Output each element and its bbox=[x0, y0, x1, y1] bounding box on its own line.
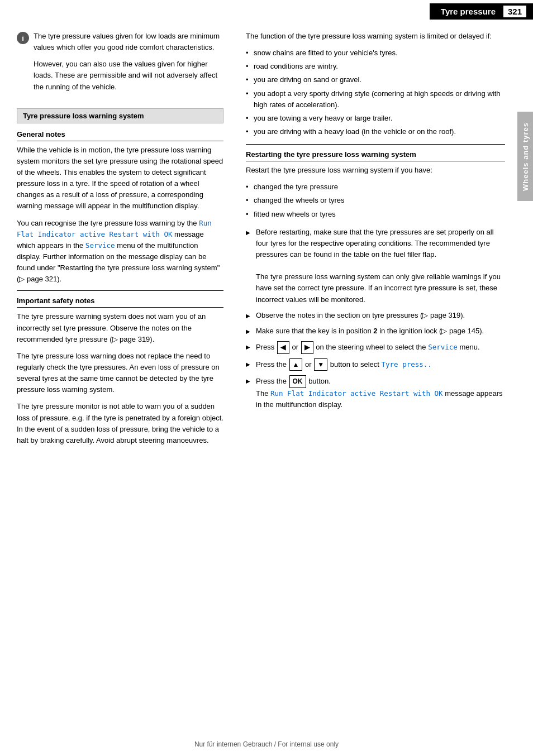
safety-p1: The tyre pressure warning system does no… bbox=[17, 311, 223, 344]
footer-text: Nur für internen Gebrauch / For internal… bbox=[194, 740, 339, 748]
bullet-item: you are driving with a heavy load (in th… bbox=[246, 126, 505, 137]
bullet-item: you are towing a very heavy or large tra… bbox=[246, 113, 505, 124]
safety-notes-heading: Important safety notes bbox=[17, 296, 223, 308]
bullet-item: you are driving on sand or gravel. bbox=[246, 74, 505, 85]
page-number: 321 bbox=[503, 6, 526, 17]
left-column: i The tyre pressure values given for low… bbox=[0, 25, 235, 735]
right-arrow-button: ▶ bbox=[301, 341, 313, 354]
limitation-bullets: snow chains are fitted to your vehicle's… bbox=[246, 47, 505, 137]
general-notes-p2: You can recognise the tyre pressure loss… bbox=[17, 218, 223, 285]
page-footer: Nur für internen Gebrauch / For internal… bbox=[0, 735, 533, 756]
side-tab-label: Wheels and tyres bbox=[521, 122, 530, 191]
bullet-item: road conditions are wintry. bbox=[246, 61, 505, 72]
header-title-bar: Tyre pressure 321 bbox=[430, 3, 533, 20]
page-title: Tyre pressure bbox=[441, 7, 496, 16]
bullet-item: you adopt a very sporty driving style (c… bbox=[246, 88, 505, 111]
side-tab: Wheels and tyres bbox=[517, 112, 533, 201]
restart-bullet: fitted new wheels or tyres bbox=[246, 209, 505, 220]
up-arrow-button: ▲ bbox=[289, 358, 303, 371]
general-notes-heading: General notes bbox=[17, 130, 223, 141]
info-text-block: The tyre pressure values given for low l… bbox=[34, 31, 223, 98]
page-container: Tyre pressure 321 Wheels and tyres i The… bbox=[0, 0, 533, 756]
page-header: Tyre pressure 321 bbox=[0, 0, 533, 20]
restart-bullets: changed the tyre pressure changed the wh… bbox=[246, 181, 505, 219]
arrow-item-2: Observe the notes in the section on tyre… bbox=[246, 310, 505, 321]
right-column: The function of the tyre pressure loss w… bbox=[235, 25, 533, 735]
general-notes-p1: While the vehicle is in motion, the tyre… bbox=[17, 145, 223, 212]
key-position: 2 bbox=[373, 327, 377, 335]
section-box: Tyre pressure loss warning system bbox=[17, 108, 223, 123]
safety-p2: The tyre pressure loss warning does not … bbox=[17, 351, 223, 396]
info-box: i The tyre pressure values given for low… bbox=[17, 31, 223, 98]
restart-heading: Restarting the tyre pressure loss warnin… bbox=[246, 150, 505, 161]
info-paragraph-1: The tyre pressure values given for low l… bbox=[34, 31, 223, 53]
arrow-list: Before restarting, make sure that the ty… bbox=[246, 227, 505, 410]
arrow-item-6: Press the OK button. The Run Flat Indica… bbox=[246, 375, 505, 410]
ok-button: OK bbox=[289, 375, 306, 388]
arrow-item-1: Before restarting, make sure that the ty… bbox=[246, 227, 505, 305]
bullet-item: snow chains are fitted to your vehicle's… bbox=[246, 47, 505, 59]
info-icon: i bbox=[17, 32, 29, 44]
safety-p3: The tyre pressure monitor is not able to… bbox=[17, 401, 223, 446]
left-arrow-button: ◀ bbox=[277, 341, 289, 354]
divider-2 bbox=[246, 144, 505, 145]
arrow-item-5: Press the ▲ or ▼ button to select Tyre p… bbox=[246, 358, 505, 371]
divider-1 bbox=[17, 290, 223, 291]
right-intro: The function of the tyre pressure loss w… bbox=[246, 31, 505, 42]
restart-bullet: changed the tyre pressure bbox=[246, 181, 505, 193]
restart-intro: Restart the tyre pressure loss warning s… bbox=[246, 165, 505, 176]
tyre-press-code: Tyre press.. bbox=[382, 360, 432, 369]
section-box-label: Tyre pressure loss warning system bbox=[23, 112, 144, 120]
run-flat-code: Run Flat Indicator active Restart with O… bbox=[270, 389, 443, 398]
general-notes-p2-before: You can recognise the tyre pressure loss… bbox=[17, 219, 199, 227]
arrow-item-3: Make sure that the key is in position 2 … bbox=[246, 326, 505, 337]
restart-bullet: changed the wheels or tyres bbox=[246, 195, 505, 206]
down-arrow-button: ▼ bbox=[314, 358, 327, 371]
general-notes-service: Service bbox=[85, 241, 115, 250]
arrow-item-4: Press ◀ or ▶ on the steering wheel to se… bbox=[246, 341, 505, 354]
service-code: Service bbox=[428, 343, 458, 351]
main-content: i The tyre pressure values given for low… bbox=[0, 20, 533, 735]
info-paragraph-2: However, you can also use the values giv… bbox=[34, 59, 223, 92]
